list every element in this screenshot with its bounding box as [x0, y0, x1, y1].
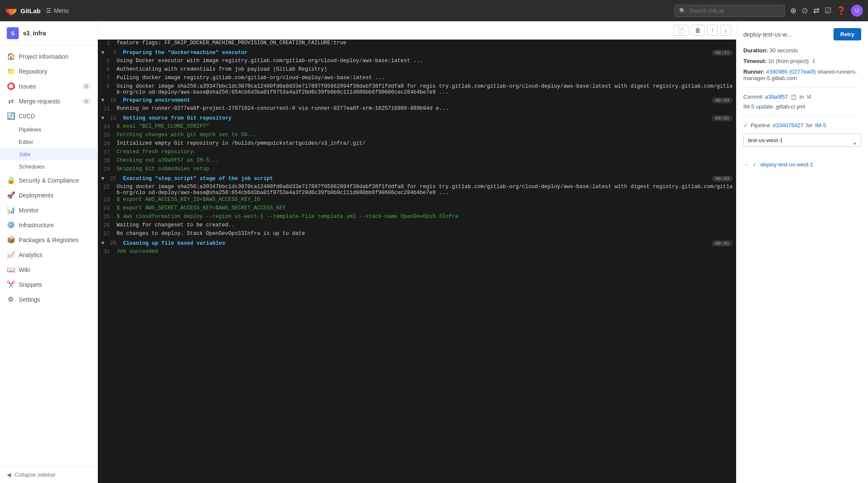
- line-number: 5: [101, 58, 117, 64]
- info-icon[interactable]: ℹ: [813, 58, 815, 64]
- chevron-down-icon: ▼: [101, 97, 104, 103]
- log-line: 6 Authenticating with credentials from j…: [98, 66, 736, 74]
- sidebar-item-monitor[interactable]: 📊 Monitor: [0, 203, 97, 217]
- log-line: 7 Pulling docker image registry.gitlab.c…: [98, 74, 736, 83]
- search-input[interactable]: [689, 8, 780, 14]
- job-success-icon: ✓: [752, 161, 757, 168]
- log-line: 31 Job succeeded: [98, 248, 736, 257]
- sidebar-item-jobs[interactable]: Jobs: [0, 148, 97, 160]
- scroll-top-button[interactable]: ↑: [707, 25, 718, 36]
- chevron-down-icon: ▼: [101, 240, 104, 246]
- erase-log-button[interactable]: 🗑: [691, 25, 705, 36]
- sidebar-item-packages-registries[interactable]: 📦 Packages & Registries: [0, 232, 97, 247]
- timeout-value: 1h (from project): [768, 58, 808, 64]
- sidebar-item-label: Infrastructure: [19, 222, 54, 229]
- sidebar-item-label: Security & Compliance: [19, 177, 79, 184]
- commit-hash-link[interactable]: a39a9f57: [765, 94, 788, 100]
- monitor-icon: 📊: [7, 206, 14, 214]
- line-number: 16: [101, 140, 117, 147]
- sidebar-item-schedules[interactable]: Schedules: [0, 160, 97, 173]
- line-number: 25: [101, 214, 117, 220]
- issues-icon[interactable]: ⊙: [802, 6, 808, 15]
- main-container: S s3_infra 🏠 Project information 📁 Repos…: [0, 21, 868, 483]
- log-line: 8 Using docker image sha256:a39347bbc1dc…: [98, 83, 736, 96]
- line-number: 11: [101, 106, 117, 112]
- avatar[interactable]: U: [851, 5, 863, 17]
- raw-log-button[interactable]: 📄: [674, 25, 688, 36]
- navbar-icons: ⊕ ⊙ ⇄ ☑ ❓ U: [790, 5, 863, 17]
- commit-branch-link[interactable]: !4: [806, 94, 811, 100]
- todo-icon[interactable]: ☑: [825, 6, 831, 15]
- commit-message-row: IM-5 update .gitlab-ci.yml: [743, 103, 861, 110]
- project-information-icon: 🏠: [7, 52, 14, 60]
- merge-requests-nav-icon[interactable]: ⇄: [813, 6, 819, 15]
- section-duration: 00:03: [712, 97, 733, 103]
- sidebar-item-pipelines[interactable]: Pipelines: [0, 123, 97, 136]
- snippets-icon: ✂️: [7, 280, 14, 289]
- menu-button[interactable]: ☰ Menu: [46, 7, 69, 14]
- log-line-content: Using Docker executor with image registr…: [117, 58, 733, 64]
- sidebar-item-deployments[interactable]: 🚀 Deployments: [0, 188, 97, 203]
- runner-link[interactable]: #380986 (0277ea0f): [766, 69, 816, 75]
- brand[interactable]: GitLab: [5, 5, 41, 17]
- log-line: 19 Skipping Git submodules setup: [98, 166, 736, 174]
- collapse-sidebar-button[interactable]: ◀ Collapse sidebar: [0, 466, 97, 483]
- job-row: → ✓ deploy-test-us-west-1: [743, 159, 861, 170]
- pipeline-link[interactable]: #334076427: [773, 122, 803, 129]
- pipeline-label: Pipeline: [751, 122, 770, 129]
- pipeline-branch-link[interactable]: IM-5: [815, 122, 826, 129]
- section-line-number: 4: [108, 50, 123, 56]
- scroll-bottom-button[interactable]: ↓: [720, 25, 731, 36]
- sidebar-item-label: Monitor: [19, 207, 39, 214]
- log-line-content: No changes to deploy. Stack OpenDevOpsS3…: [117, 231, 733, 237]
- timeout-row: Timeout: 1h (from project) ℹ: [743, 58, 861, 64]
- sidebar-item-project-information[interactable]: 🏠 Project information: [0, 49, 97, 64]
- sidebar-item-analytics[interactable]: 📈 Analytics: [0, 247, 97, 262]
- log-section-header[interactable]: ▼ 13 Getting source from Git repository …: [98, 114, 736, 123]
- commit-message: IM-5 update .gitlab-ci.yml: [743, 103, 805, 110]
- line-number: 19: [101, 166, 117, 172]
- sidebar-item-merge-requests[interactable]: ⇄ Merge requests 0: [0, 94, 97, 109]
- project-avatar: S: [7, 27, 19, 39]
- job-title: deploy-test-us-w...: [743, 31, 792, 38]
- sidebar-item-wiki[interactable]: 📖 Wiki: [0, 262, 97, 277]
- sidebar-item-editor[interactable]: Editor: [0, 136, 97, 148]
- new-menu-icon[interactable]: ⊕: [790, 6, 797, 15]
- divider: [743, 87, 861, 88]
- log-line-content: Using docker image sha256:a39347bbc1dc30…: [117, 83, 733, 95]
- help-icon[interactable]: ❓: [837, 6, 846, 15]
- line-number: 8: [101, 83, 117, 90]
- chevron-down-icon: ▼: [101, 115, 104, 121]
- sidebar-item-label: Snippets: [19, 281, 42, 288]
- section-duration: 00:01: [712, 240, 733, 246]
- sidebar-item-snippets[interactable]: ✂️ Snippets: [0, 277, 97, 292]
- line-number: 27: [101, 231, 117, 237]
- sidebar-item-label: Repository: [19, 68, 47, 75]
- copy-icon[interactable]: 📋: [791, 94, 797, 100]
- job-link[interactable]: deploy-test-us-west-1: [760, 161, 813, 168]
- log-line: 27 No changes to deploy. Stack OpenDevOp…: [98, 230, 736, 239]
- sidebar-item-cicd[interactable]: 🔄 CI/CD: [0, 109, 97, 123]
- pipeline-stage-select[interactable]: test-us-west-1: [743, 134, 861, 147]
- sidebar-item-repository[interactable]: 📁 Repository: [0, 64, 97, 79]
- search-bar[interactable]: 🔍: [674, 5, 785, 17]
- sidebar-item-security-compliance[interactable]: 🔒 Security & Compliance: [0, 173, 97, 188]
- log-section-header[interactable]: ▼ 21 Executing "step_script" stage of th…: [98, 174, 736, 183]
- sidebar-header: S s3_infra: [0, 21, 97, 46]
- log-panel: 📄 🗑 ↑ ↓ 3 feature flags: FF_SKIP_DOCKER_…: [98, 21, 736, 483]
- sidebar-item-infrastructure[interactable]: ⚙️ Infrastructure: [0, 217, 97, 232]
- section-line-number: 13: [108, 115, 123, 121]
- sidebar-item-settings[interactable]: ⚙ Settings: [0, 292, 97, 307]
- log-section-header[interactable]: ▼ 29 Cleaning up file based variables 00…: [98, 239, 736, 248]
- log-section-header[interactable]: ▼ 10 Preparing environment 00:03: [98, 96, 736, 105]
- merge-requests-badge: 0: [82, 98, 91, 104]
- retry-button[interactable]: Retry: [834, 28, 861, 40]
- line-number: 14: [101, 123, 117, 130]
- log-line-content: Pulling docker image registry.gitlab.com…: [117, 75, 733, 81]
- log-line: 18 Checking out a39a9f57 as IM-5...: [98, 157, 736, 166]
- section-duration: 00:03: [712, 176, 733, 182]
- chevron-down-icon: ▼: [101, 176, 104, 182]
- sidebar-item-label: Merge requests: [19, 98, 60, 105]
- sidebar-item-issues[interactable]: ⭕ Issues 0: [0, 79, 97, 94]
- log-section-header[interactable]: ▼ 4 Preparing the "docker+machine" execu…: [98, 48, 736, 57]
